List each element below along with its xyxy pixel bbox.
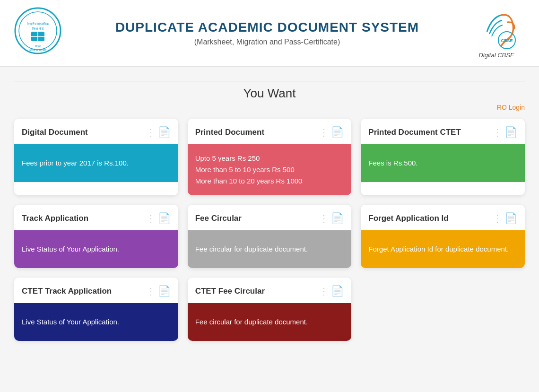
card-title-ctet-fee-circular: CTET Fee Circular bbox=[195, 287, 265, 296]
card-header-fee-circular: Fee Circular ⋮ 📄 bbox=[188, 205, 352, 230]
card-body-text-printed-document-ctet: Fees is Rs.500. bbox=[368, 157, 417, 169]
header-title: DUPLICATE ACADEMIC DOCUMENT SYSTEM bbox=[66, 20, 468, 35]
header: केन्द्रीय माध्यमिक शिक्षा बोर्ड भारत असत… bbox=[0, 0, 539, 67]
card-ctet-track-application[interactable]: CTET Track Application ⋮ 📄 Live Status o… bbox=[14, 278, 178, 341]
card-printed-document[interactable]: Printed Document ⋮ 📄 Upto 5 years Rs 250… bbox=[188, 119, 352, 195]
document-icon-6: 📄 bbox=[504, 212, 517, 225]
card-ctet-fee-circular[interactable]: CTET Fee Circular ⋮ 📄 Fee circular for d… bbox=[188, 278, 352, 341]
card-body-text-printed-document: Upto 5 years Rs 250 More than 5 to 10 ye… bbox=[195, 153, 303, 187]
card-dots-6: ⋮ bbox=[493, 213, 503, 224]
card-body-text-ctet-track-application: Live Status of Your Application. bbox=[22, 316, 119, 328]
card-body-text-ctet-fee-circular: Fee circular for duplicate document. bbox=[195, 316, 308, 328]
cards-grid-row1: Digital Document ⋮ 📄 Fees prior to year … bbox=[14, 119, 525, 195]
card-body-digital-document: Fees prior to year 2017 is Rs.100. bbox=[14, 144, 178, 182]
card-body-text-track-application: Live Status of Your Application. bbox=[22, 244, 119, 255]
svg-text:असतो मा सद्गमय: असतो मा सद्गमय bbox=[29, 48, 46, 52]
header-subtitle: (Marksheet, Migration and Pass-Certifica… bbox=[66, 38, 468, 46]
card-title-fee-circular: Fee Circular bbox=[195, 214, 242, 223]
card-printed-document-ctet[interactable]: Printed Document CTET ⋮ 📄 Fees is Rs.500… bbox=[361, 119, 525, 195]
document-icon-7: 📄 bbox=[158, 285, 171, 297]
card-dots-7: ⋮ bbox=[146, 286, 156, 297]
card-fee-circular[interactable]: Fee Circular ⋮ 📄 Fee circular for duplic… bbox=[188, 205, 352, 268]
card-forget-application-id[interactable]: Forget Application Id ⋮ 📄 Forget Applica… bbox=[361, 205, 525, 268]
section-title: You Want bbox=[14, 86, 525, 101]
card-dots-4: ⋮ bbox=[146, 213, 156, 224]
document-icon-5: 📄 bbox=[331, 212, 344, 225]
document-icon-3: 📄 bbox=[504, 126, 517, 139]
main-content: You Want RO Login Digital Document ⋮ 📄 F… bbox=[0, 67, 539, 355]
card-header-printed-document-ctet: Printed Document CTET ⋮ 📄 bbox=[361, 119, 525, 144]
svg-text:केन्द्रीय माध्यमिक: केन्द्रीय माध्यमिक bbox=[26, 22, 49, 26]
card-body-forget-application-id: Forget Application Id for duplicate docu… bbox=[361, 230, 525, 268]
card-body-fee-circular: Fee circular for duplicate document. bbox=[188, 230, 352, 268]
card-track-application[interactable]: Track Application ⋮ 📄 Live Status of You… bbox=[14, 205, 178, 268]
card-dots-2: ⋮ bbox=[319, 127, 329, 138]
card-title-printed-document: Printed Document bbox=[195, 128, 264, 137]
svg-text:शिक्षा बोर्ड: शिक्षा बोर्ड bbox=[32, 26, 44, 30]
card-dots-5: ⋮ bbox=[319, 213, 329, 224]
card-header-track-application: Track Application ⋮ 📄 bbox=[14, 205, 178, 230]
card-title-ctet-track-application: CTET Track Application bbox=[22, 287, 112, 296]
card-title-forget-application-id: Forget Application Id bbox=[368, 214, 448, 223]
card-body-text-forget-application-id: Forget Application Id for duplicate docu… bbox=[368, 244, 509, 255]
card-header-ctet-fee-circular: CTET Fee Circular ⋮ 📄 bbox=[188, 278, 352, 303]
header-logo-right: CBSE Digital CBSE bbox=[468, 8, 525, 59]
header-center: DUPLICATE ACADEMIC DOCUMENT SYSTEM (Mark… bbox=[66, 20, 468, 46]
svg-point-1 bbox=[19, 12, 57, 50]
card-header-forget-application-id: Forget Application Id ⋮ 📄 bbox=[361, 205, 525, 230]
card-dots-8: ⋮ bbox=[319, 286, 329, 297]
card-dots-3: ⋮ bbox=[493, 127, 503, 138]
cards-grid-row3: CTET Track Application ⋮ 📄 Live Status o… bbox=[14, 278, 525, 341]
card-body-ctet-fee-circular: Fee circular for duplicate document. bbox=[188, 303, 352, 341]
header-logo-left: केन्द्रीय माध्यमिक शिक्षा बोर्ड भारत असत… bbox=[14, 7, 66, 59]
divider bbox=[14, 81, 525, 81]
document-icon-4: 📄 bbox=[158, 212, 171, 225]
card-body-printed-document-ctet: Fees is Rs.500. bbox=[361, 144, 525, 182]
card-header-printed-document: Printed Document ⋮ 📄 bbox=[188, 119, 352, 144]
ro-login-link[interactable]: RO Login bbox=[497, 104, 525, 111]
card-header-digital-document: Digital Document ⋮ 📄 bbox=[14, 119, 178, 144]
svg-text:CBSE: CBSE bbox=[501, 38, 513, 43]
ro-login-row: RO Login bbox=[14, 103, 525, 112]
card-title-printed-document-ctet: Printed Document CTET bbox=[368, 128, 461, 137]
card-digital-document[interactable]: Digital Document ⋮ 📄 Fees prior to year … bbox=[14, 119, 178, 195]
document-icon-1: 📄 bbox=[158, 126, 171, 139]
card-header-ctet-track-application: CTET Track Application ⋮ 📄 bbox=[14, 278, 178, 303]
card-body-ctet-track-application: Live Status of Your Application. bbox=[14, 303, 178, 341]
cbse-label: Digital CBSE bbox=[478, 52, 514, 59]
document-icon-2: 📄 bbox=[331, 126, 344, 139]
card-body-text-digital-document: Fees prior to year 2017 is Rs.100. bbox=[22, 157, 129, 169]
card-body-text-fee-circular: Fee circular for duplicate document. bbox=[195, 244, 308, 255]
cards-grid-row2: Track Application ⋮ 📄 Live Status of You… bbox=[14, 205, 525, 268]
card-title-track-application: Track Application bbox=[22, 214, 88, 223]
svg-text:भारत: भारत bbox=[35, 44, 42, 48]
card-title-digital-document: Digital Document bbox=[22, 128, 88, 137]
card-body-printed-document: Upto 5 years Rs 250 More than 5 to 10 ye… bbox=[188, 144, 352, 195]
document-icon-8: 📄 bbox=[331, 285, 344, 297]
card-body-track-application: Live Status of Your Application. bbox=[14, 230, 178, 268]
card-dots-1: ⋮ bbox=[146, 127, 156, 138]
